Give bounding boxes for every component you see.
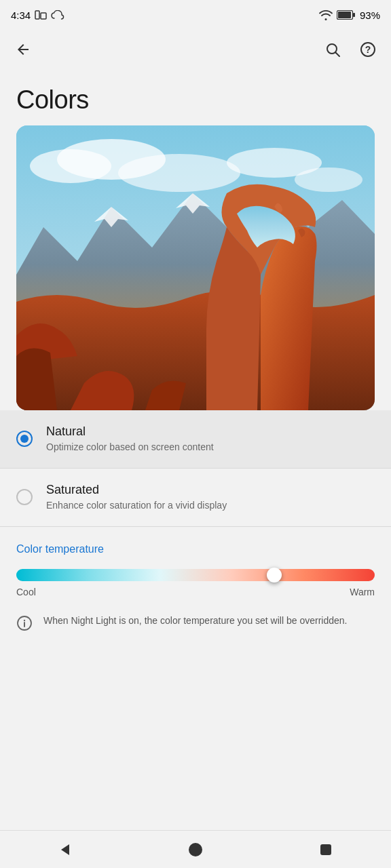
info-text: When Night Light is on, the color temper… bbox=[43, 614, 347, 628]
temperature-slider-thumb[interactable] bbox=[267, 568, 282, 583]
color-temperature-label[interactable]: Color temperature bbox=[16, 543, 375, 555]
saturated-radio[interactable] bbox=[16, 489, 33, 505]
cool-label: Cool bbox=[16, 587, 36, 597]
back-icon bbox=[15, 41, 31, 58]
status-right: 93% bbox=[319, 9, 380, 21]
info-section: When Night Light is on, the color temper… bbox=[0, 597, 391, 642]
nav-home-icon bbox=[186, 840, 205, 859]
svg-rect-3 bbox=[353, 13, 355, 17]
nav-back-icon bbox=[56, 840, 75, 859]
saturated-option-subtitle: Enhance color saturation for a vivid dis… bbox=[46, 499, 227, 513]
natural-radio-inner bbox=[20, 435, 29, 443]
options-section: Natural Optimize color based on screen c… bbox=[0, 410, 391, 642]
svg-line-6 bbox=[336, 53, 340, 57]
status-bar: 4:34 93% bbox=[0, 0, 391, 30]
search-icon bbox=[324, 41, 341, 58]
color-temperature-section: Color temperature Cool Warm bbox=[0, 527, 391, 597]
search-button[interactable] bbox=[318, 35, 348, 64]
natural-option-subtitle: Optimize color based on screen content bbox=[46, 441, 214, 454]
nav-bar bbox=[0, 830, 391, 868]
natural-radio[interactable] bbox=[16, 431, 33, 447]
page-title-section: Colors bbox=[0, 69, 391, 125]
slider-labels: Cool Warm bbox=[16, 587, 375, 597]
app-bar-left bbox=[8, 35, 38, 64]
slider-container bbox=[16, 569, 375, 581]
natural-option[interactable]: Natural Optimize color based on screen c… bbox=[0, 410, 391, 468]
saturated-option-text: Saturated Enhance color saturation for a… bbox=[46, 482, 227, 513]
temperature-slider-track[interactable] bbox=[16, 569, 375, 581]
help-icon: ? bbox=[360, 41, 376, 58]
saturated-option-title: Saturated bbox=[46, 482, 227, 498]
nav-home-button[interactable] bbox=[130, 831, 261, 868]
svg-rect-0 bbox=[35, 11, 39, 19]
time: 4:34 bbox=[11, 9, 31, 21]
natural-option-text: Natural Optimize color based on screen c… bbox=[46, 424, 214, 454]
back-button[interactable] bbox=[8, 35, 38, 64]
nav-recents-button[interactable] bbox=[261, 831, 391, 868]
warm-label: Warm bbox=[350, 587, 375, 597]
nav-back-button[interactable] bbox=[0, 831, 130, 868]
svg-marker-18 bbox=[61, 844, 69, 855]
help-button[interactable]: ? bbox=[353, 35, 383, 64]
svg-rect-20 bbox=[320, 844, 331, 855]
svg-rect-1 bbox=[41, 13, 46, 19]
svg-point-14 bbox=[295, 167, 362, 192]
battery-percentage: 93% bbox=[360, 9, 380, 21]
saturated-option[interactable]: Saturated Enhance color saturation for a… bbox=[0, 469, 391, 526]
natural-option-title: Natural bbox=[46, 424, 214, 439]
wifi-icon bbox=[319, 9, 333, 20]
svg-point-17 bbox=[24, 620, 25, 621]
sim-icon bbox=[35, 10, 47, 20]
svg-rect-4 bbox=[338, 12, 351, 18]
battery-icon bbox=[337, 10, 356, 20]
app-bar: ? bbox=[0, 30, 391, 69]
cloud-icon bbox=[51, 10, 64, 20]
landscape-scene bbox=[16, 125, 375, 410]
svg-text:?: ? bbox=[365, 44, 371, 55]
status-left: 4:34 bbox=[11, 9, 64, 21]
nav-recents-icon bbox=[316, 840, 335, 859]
svg-point-19 bbox=[189, 843, 202, 856]
info-icon bbox=[16, 615, 33, 631]
page-title: Colors bbox=[16, 85, 375, 115]
svg-point-12 bbox=[118, 154, 240, 192]
app-bar-right: ? bbox=[318, 35, 383, 64]
preview-image bbox=[16, 125, 375, 410]
